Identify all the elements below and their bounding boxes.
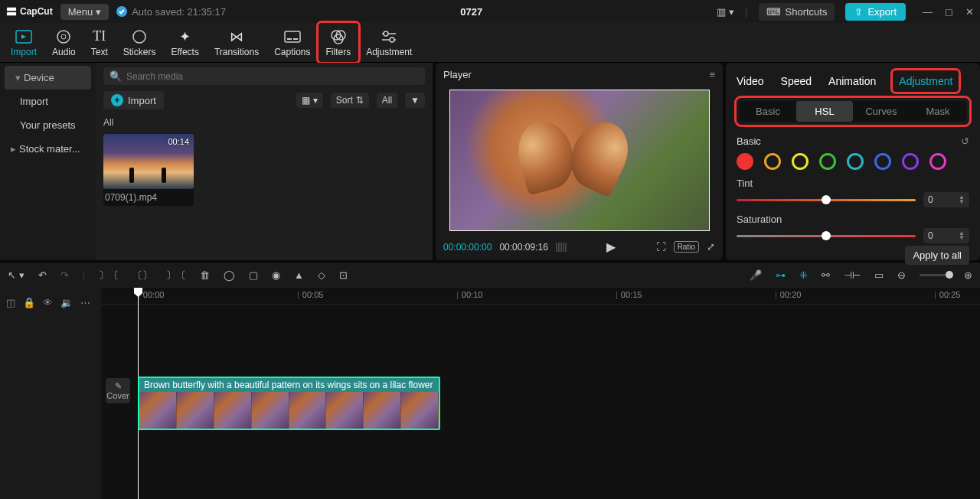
color-magenta[interactable] xyxy=(929,153,946,170)
tool-import[interactable]: Import xyxy=(3,23,44,62)
tab-adjustment[interactable]: Adjustment xyxy=(893,70,959,92)
trim-left-icon[interactable]: 〔〕 xyxy=(132,269,152,282)
nav-import[interactable]: Import xyxy=(0,90,96,113)
nav-device[interactable]: ▾Device xyxy=(5,66,91,90)
tool-filters[interactable]: Filters xyxy=(318,23,359,62)
more-icon[interactable]: ⋯ xyxy=(80,297,90,308)
align-icon[interactable]: ⊣⊢ xyxy=(844,269,861,281)
shield-icon[interactable]: ◯ xyxy=(224,269,235,281)
trim-right-icon[interactable]: 〕〔 xyxy=(166,269,186,282)
tab-video[interactable]: Video xyxy=(737,75,764,87)
media-thumbnail[interactable]: 00:14 0709(1).mp4 xyxy=(103,134,194,206)
player-menu-icon[interactable]: ≡ xyxy=(709,69,715,80)
export-button[interactable]: ⇧ Export xyxy=(845,3,906,21)
lock-icon[interactable]: 🔒 xyxy=(23,297,35,308)
filter-all-button[interactable]: All xyxy=(377,93,397,108)
tool-effects[interactable]: ✦ Effects xyxy=(163,23,206,62)
mute-icon[interactable]: 🔉 xyxy=(60,297,73,308)
tool-stickers[interactable]: Stickers xyxy=(116,23,164,62)
subtab-hsl[interactable]: HSL xyxy=(796,101,853,122)
nav-presets[interactable]: Your presets xyxy=(0,113,96,137)
undo-icon[interactable]: ↶ xyxy=(38,269,47,281)
color-green[interactable] xyxy=(819,153,836,170)
tab-animation[interactable]: Animation xyxy=(828,75,876,87)
rotate-icon[interactable]: ◇ xyxy=(318,269,325,281)
scan-icon[interactable]: ⛶ xyxy=(656,241,666,253)
search-media[interactable]: 🔍 xyxy=(103,67,425,85)
eye-icon[interactable]: 👁 xyxy=(43,297,53,308)
media-panel: ▾Device Import Your presets ▸Stock mater… xyxy=(0,63,433,260)
mirror-icon[interactable]: ▲ xyxy=(294,269,304,281)
zoom-in-icon[interactable]: ⊕ xyxy=(964,269,972,281)
timeline-ruler[interactable]: 00:00 00:05 00:10 00:15 00:20 00:25 xyxy=(101,288,980,305)
color-purple[interactable] xyxy=(902,153,919,170)
magnet-icon[interactable]: ⊶ xyxy=(776,269,786,281)
ratio-button[interactable]: Ratio xyxy=(674,241,699,253)
subtab-basic[interactable]: Basic xyxy=(740,101,796,122)
timeline-tracks[interactable]: 00:00 00:05 00:10 00:15 00:20 00:25 Brow… xyxy=(101,288,980,499)
tool-audio[interactable]: Audio xyxy=(44,23,83,62)
player-frame[interactable] xyxy=(449,90,710,231)
player-header: Player ≡ xyxy=(436,63,723,86)
import-button[interactable]: + Import xyxy=(103,91,164,109)
apply-all-button[interactable]: Apply to all xyxy=(905,246,969,265)
saturation-slider[interactable] xyxy=(737,235,916,237)
play-icon[interactable]: ▶ xyxy=(606,240,616,254)
minimize-icon[interactable]: — xyxy=(923,6,933,18)
stepper-icon[interactable]: ▲▼ xyxy=(959,231,965,240)
color-yellow[interactable] xyxy=(792,153,808,170)
menu-button[interactable]: Menu ▾ xyxy=(60,4,109,20)
tool-adjustment[interactable]: Adjustment xyxy=(358,23,420,62)
subtab-curves[interactable]: Curves xyxy=(853,101,910,122)
media-tab-all[interactable]: All xyxy=(103,117,425,128)
tint-value[interactable]: 0▲▼ xyxy=(923,192,969,207)
crop2-icon[interactable]: ⊡ xyxy=(339,269,348,281)
pointer-tool[interactable]: ↖ ▾ xyxy=(8,269,24,281)
collapse-icon[interactable]: ◫ xyxy=(6,297,15,308)
tool-label: Effects xyxy=(171,47,198,57)
slider-thumb[interactable] xyxy=(822,231,831,240)
adjustment-icon xyxy=(381,28,397,45)
subtab-mask[interactable]: Mask xyxy=(910,101,966,122)
tint-slider[interactable] xyxy=(737,199,916,201)
crop-icon[interactable]: ▢ xyxy=(249,269,258,281)
preview-icon[interactable]: ▭ xyxy=(874,269,884,281)
speed-icon[interactable]: ◉ xyxy=(272,269,280,281)
layout-icon[interactable]: ▥ ▾ xyxy=(717,6,734,18)
nav-stock[interactable]: ▸Stock mater... xyxy=(0,137,96,161)
fullscreen-icon[interactable]: ⤢ xyxy=(707,241,715,253)
video-clip[interactable]: Brown butterfly with a beautiful pattern… xyxy=(138,377,440,430)
tool-text[interactable]: TI Text xyxy=(83,23,116,62)
reset-icon[interactable]: ↺ xyxy=(961,135,969,147)
stepper-icon[interactable]: ▲▼ xyxy=(959,195,965,204)
split-icon[interactable]: 〕〔 xyxy=(99,269,119,282)
search-input[interactable] xyxy=(126,71,419,82)
zoom-slider[interactable] xyxy=(920,274,950,276)
menu-label: Menu xyxy=(68,6,93,18)
color-cyan[interactable] xyxy=(847,153,864,170)
close-icon[interactable]: ✕ xyxy=(965,6,974,18)
saturation-value[interactable]: 0▲▼ xyxy=(923,228,969,243)
mic-icon[interactable]: 🎤 xyxy=(750,269,762,281)
color-red[interactable] xyxy=(737,153,753,170)
titlebar: CapCut Menu ▾ Auto saved: 21:35:17 0727 … xyxy=(0,0,980,23)
color-orange[interactable] xyxy=(764,153,781,170)
snap-icon[interactable]: ⁜ xyxy=(799,269,808,281)
tool-label: Adjustment xyxy=(366,47,412,57)
slider-thumb[interactable] xyxy=(822,195,831,204)
maximize-icon[interactable]: ◻ xyxy=(945,6,953,18)
redo-icon[interactable]: ↷ xyxy=(60,269,69,281)
tool-captions[interactable]: Captions xyxy=(266,23,318,62)
sort-button[interactable]: Sort ⇅ xyxy=(331,93,369,108)
filter-icon-button[interactable]: ▼ xyxy=(405,93,425,108)
shortcuts-button[interactable]: ⌨ Shortcuts xyxy=(759,3,835,21)
tool-transitions[interactable]: ⋈ Transitions xyxy=(207,23,266,62)
zoom-out-icon[interactable]: ⊖ xyxy=(897,269,906,281)
link-icon[interactable]: ⚯ xyxy=(822,269,830,281)
track-row-controls: ◫ 🔒 👁 🔉 ⋯ xyxy=(5,294,96,311)
delete-icon[interactable]: 🗑 xyxy=(200,269,210,281)
color-blue[interactable] xyxy=(874,153,891,170)
svg-rect-0 xyxy=(7,8,16,11)
tab-speed[interactable]: Speed xyxy=(781,75,812,87)
view-grid-button[interactable]: ▦▾ xyxy=(296,93,323,108)
